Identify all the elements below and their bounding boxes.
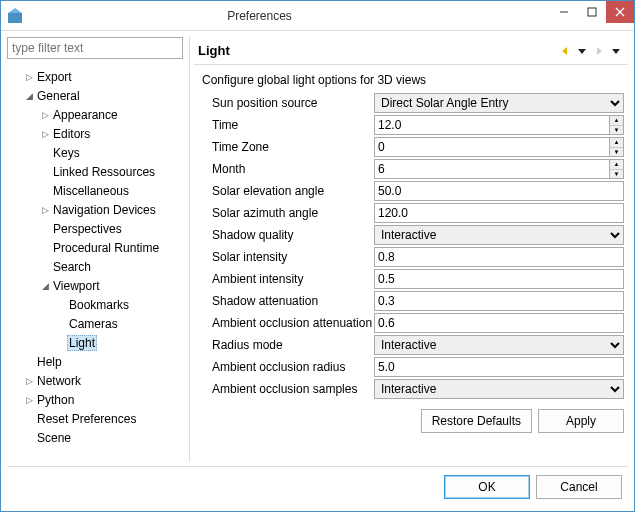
tree-item[interactable]: Miscellaneous: [7, 181, 183, 200]
spinner-down-icon[interactable]: ▼: [610, 148, 623, 157]
setting-label: Time: [212, 115, 374, 135]
maximize-button[interactable]: [578, 1, 606, 23]
ok-button[interactable]: OK: [444, 475, 530, 499]
chevron-right-icon[interactable]: ▷: [39, 205, 51, 215]
filter-input[interactable]: [7, 37, 183, 59]
restore-defaults-button[interactable]: Restore Defaults: [421, 409, 532, 433]
tree-item-label: Viewport: [51, 279, 101, 293]
setting-input[interactable]: [374, 159, 609, 179]
setting-input[interactable]: [374, 291, 624, 311]
setting-label: Solar intensity: [212, 247, 374, 267]
spinner-down-icon[interactable]: ▼: [610, 126, 623, 135]
setting-input[interactable]: [374, 181, 624, 201]
tree-item-label: Search: [51, 260, 93, 274]
tree-item-label: Appearance: [51, 108, 120, 122]
setting-input[interactable]: [374, 203, 624, 223]
right-pane: Light Configure global light options for…: [189, 37, 628, 462]
setting-input[interactable]: [374, 115, 609, 135]
setting-label: Shadow attenuation: [212, 291, 374, 311]
svg-marker-8: [597, 47, 602, 55]
tree-item[interactable]: Scene: [7, 428, 183, 447]
setting-select[interactable]: Interactive: [374, 379, 624, 399]
setting-label: Ambient occlusion samples: [212, 379, 374, 399]
tree-item-label: Network: [35, 374, 83, 388]
forward-menu-icon[interactable]: [608, 43, 624, 59]
chevron-right-icon[interactable]: ▷: [39, 129, 51, 139]
setting-label: Shadow quality: [212, 225, 374, 245]
tree-item[interactable]: Linked Ressources: [7, 162, 183, 181]
apply-button[interactable]: Apply: [538, 409, 624, 433]
tree-item-label: Cameras: [67, 317, 120, 331]
chevron-right-icon[interactable]: ▷: [23, 395, 35, 405]
forward-button[interactable]: [591, 43, 607, 59]
tree-item[interactable]: ◢Viewport: [7, 276, 183, 295]
dialog-body: ▷Export◢General▷Appearance▷EditorsKeysLi…: [1, 31, 634, 511]
tree-item[interactable]: Reset Preferences: [7, 409, 183, 428]
preferences-window: Preferences ▷Export◢General▷Appearance▷E…: [0, 0, 635, 512]
setting-select[interactable]: Interactive: [374, 335, 624, 355]
setting-label: Solar azimuth angle: [212, 203, 374, 223]
spinner-buttons: ▲▼: [609, 137, 624, 157]
tree-item[interactable]: ▷Network: [7, 371, 183, 390]
tree-item[interactable]: ◢General: [7, 86, 183, 105]
setting-select[interactable]: Interactive: [374, 225, 624, 245]
cancel-button[interactable]: Cancel: [536, 475, 622, 499]
preferences-tree[interactable]: ▷Export◢General▷Appearance▷EditorsKeysLi…: [7, 63, 183, 462]
setting-input[interactable]: [374, 357, 624, 377]
tree-item-label: Help: [35, 355, 64, 369]
setting-control: [374, 291, 624, 311]
setting-input[interactable]: [374, 313, 624, 333]
setting-control: Interactive: [374, 335, 624, 355]
dialog-button-row: OK Cancel: [7, 471, 628, 505]
tree-item-label: Python: [35, 393, 76, 407]
tree-item-label: Reset Preferences: [35, 412, 138, 426]
spinner-up-icon[interactable]: ▲: [610, 160, 623, 170]
setting-input[interactable]: [374, 269, 624, 289]
tree-item-label: Perspectives: [51, 222, 124, 236]
chevron-right-icon[interactable]: ▷: [23, 376, 35, 386]
setting-label: Solar elevation angle: [212, 181, 374, 201]
back-menu-icon[interactable]: [574, 43, 590, 59]
back-button[interactable]: [557, 43, 573, 59]
tree-item[interactable]: ▷Python: [7, 390, 183, 409]
setting-label: Sun position source: [212, 93, 374, 113]
tree-item[interactable]: Procedural Runtime: [7, 238, 183, 257]
tree-item[interactable]: Keys: [7, 143, 183, 162]
setting-control: [374, 357, 624, 377]
tree-item[interactable]: ▷Navigation Devices: [7, 200, 183, 219]
tree-item-label: Procedural Runtime: [51, 241, 161, 255]
chevron-right-icon[interactable]: ▷: [23, 72, 35, 82]
tree-item-label: Bookmarks: [67, 298, 131, 312]
tree-item[interactable]: Bookmarks: [7, 295, 183, 314]
tree-item[interactable]: ▷Appearance: [7, 105, 183, 124]
settings-grid: Sun position sourceDirect Solar Angle En…: [194, 93, 628, 399]
spinner-up-icon[interactable]: ▲: [610, 116, 623, 126]
spinner-buttons: ▲▼: [609, 159, 624, 179]
svg-marker-9: [612, 49, 620, 54]
spinner-up-icon[interactable]: ▲: [610, 138, 623, 148]
close-button[interactable]: [606, 1, 634, 23]
setting-label: Time Zone: [212, 137, 374, 157]
tree-item-label: Light: [67, 335, 97, 351]
chevron-down-icon[interactable]: ◢: [23, 91, 35, 101]
tree-item[interactable]: Perspectives: [7, 219, 183, 238]
tree-item[interactable]: Cameras: [7, 314, 183, 333]
tree-item[interactable]: Search: [7, 257, 183, 276]
spinner-down-icon[interactable]: ▼: [610, 170, 623, 179]
tree-item[interactable]: ▷Export: [7, 67, 183, 86]
main-panes: ▷Export◢General▷Appearance▷EditorsKeysLi…: [7, 37, 628, 462]
tree-item[interactable]: Light: [7, 333, 183, 352]
minimize-button[interactable]: [550, 1, 578, 23]
tree-item-label: Export: [35, 70, 74, 84]
tree-item[interactable]: Help: [7, 352, 183, 371]
tree-item[interactable]: ▷Editors: [7, 124, 183, 143]
setting-label: Radius mode: [212, 335, 374, 355]
setting-input[interactable]: [374, 247, 624, 267]
setting-input[interactable]: [374, 137, 609, 157]
chevron-right-icon[interactable]: ▷: [39, 110, 51, 120]
setting-control: [374, 203, 624, 223]
separator: [7, 466, 628, 467]
chevron-down-icon[interactable]: ◢: [39, 281, 51, 291]
svg-marker-6: [562, 47, 567, 55]
setting-select[interactable]: Direct Solar Angle Entry: [374, 93, 624, 113]
